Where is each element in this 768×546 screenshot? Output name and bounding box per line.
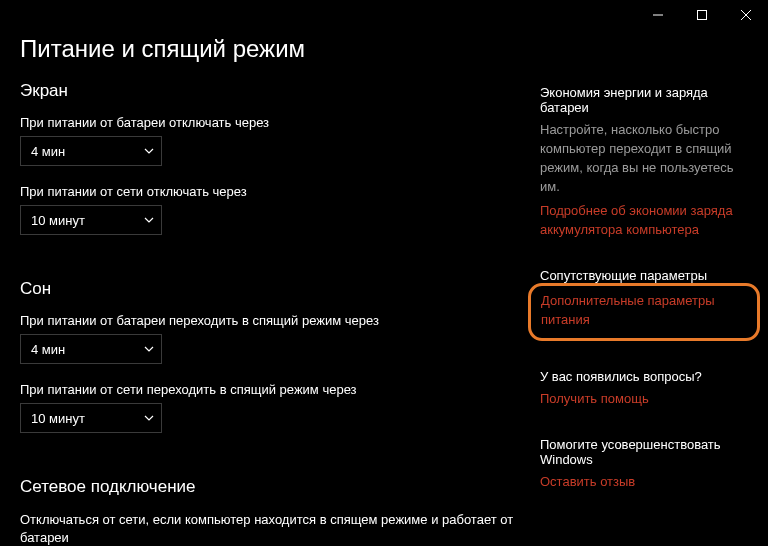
maximize-icon xyxy=(697,10,707,20)
sleep-plugged-label: При питании от сети переходить в спящий … xyxy=(20,382,520,397)
close-icon xyxy=(741,10,751,20)
screen-battery-value: 4 мин xyxy=(31,144,65,159)
feedback-block: Помогите усовершенствовать Windows Остав… xyxy=(540,437,748,492)
get-help-link[interactable]: Получить помощь xyxy=(540,390,748,409)
page-title: Питание и спящий режим xyxy=(20,35,520,63)
help-block: У вас появились вопросы? Получить помощь xyxy=(540,369,748,409)
svg-rect-1 xyxy=(698,11,707,20)
titlebar xyxy=(0,0,768,30)
section-screen-title: Экран xyxy=(20,81,520,101)
screen-battery-select[interactable]: 4 мин xyxy=(20,136,162,166)
sleep-plugged-value: 10 минут xyxy=(31,411,85,426)
screen-battery-label: При питании от батареи отключать через xyxy=(20,115,520,130)
feedback-link[interactable]: Оставить отзыв xyxy=(540,473,748,492)
battery-saver-text: Настройте, насколько быстро компьютер пе… xyxy=(540,121,748,196)
battery-saver-title: Экономия энергии и заряда батареи xyxy=(540,85,748,115)
screen-plugged-value: 10 минут xyxy=(31,213,85,228)
sleep-battery-select[interactable]: 4 мин xyxy=(20,334,162,364)
feedback-title: Помогите усовершенствовать Windows xyxy=(540,437,748,467)
screen-plugged-select[interactable]: 10 минут xyxy=(20,205,162,235)
help-title: У вас появились вопросы? xyxy=(540,369,748,384)
main-content: Питание и спящий режим Экран При питании… xyxy=(20,30,540,546)
section-sleep-title: Сон xyxy=(20,279,520,299)
related-title: Сопутствующие параметры xyxy=(540,268,748,283)
close-button[interactable] xyxy=(724,0,768,30)
related-highlight: Дополнительные параметры питания xyxy=(528,283,760,341)
sleep-battery-value: 4 мин xyxy=(31,342,65,357)
additional-power-link[interactable]: Дополнительные параметры питания xyxy=(541,292,747,330)
network-desc: Отключаться от сети, если компьютер нахо… xyxy=(20,511,520,546)
related-block: Сопутствующие параметры Дополнительные п… xyxy=(540,268,748,341)
screen-plugged-label: При питании от сети отключать через xyxy=(20,184,520,199)
chevron-down-icon xyxy=(143,412,155,424)
section-network-title: Сетевое подключение xyxy=(20,477,520,497)
maximize-button[interactable] xyxy=(680,0,724,30)
minimize-button[interactable] xyxy=(636,0,680,30)
battery-saver-block: Экономия энергии и заряда батареи Настро… xyxy=(540,85,748,240)
battery-saver-link[interactable]: Подробнее об экономии заряда аккумулятор… xyxy=(540,202,748,240)
chevron-down-icon xyxy=(143,145,155,157)
chevron-down-icon xyxy=(143,343,155,355)
minimize-icon xyxy=(653,10,663,20)
sleep-battery-label: При питании от батареи переходить в спящ… xyxy=(20,313,520,328)
chevron-down-icon xyxy=(143,214,155,226)
sleep-plugged-select[interactable]: 10 минут xyxy=(20,403,162,433)
side-panel: Экономия энергии и заряда батареи Настро… xyxy=(540,30,748,546)
